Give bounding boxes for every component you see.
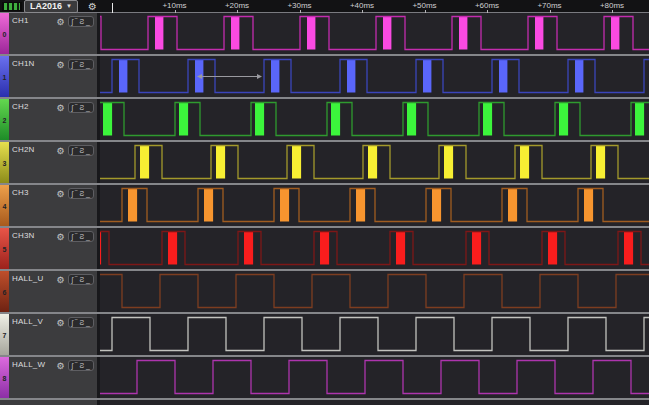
low-level-trigger-icon[interactable]: _ [86,103,90,112]
low-level-trigger-icon[interactable]: _ [86,60,90,69]
high-level-trigger-icon[interactable]: ‾ [75,17,77,26]
channel-color-strip[interactable]: 3 [0,142,9,183]
channel-color-strip[interactable]: 8 [0,357,9,398]
pwm-burst-block [459,17,467,50]
trigger-button-group: ʃ‾Ƨ_ [68,317,94,328]
high-level-trigger-icon[interactable]: ‾ [75,275,77,284]
top-toolbar: LA2016 ▼ ⚙ +10ms+20ms+30ms+40ms+50ms+60m… [0,0,649,13]
falling-edge-trigger-icon[interactable]: Ƨ [79,318,84,327]
channel-color-strip[interactable]: 4 [0,185,9,226]
channel-controls: ⚙ʃ‾Ƨ_ [56,274,94,285]
rising-edge-trigger-icon[interactable]: ʃ [72,60,74,69]
low-level-trigger-icon[interactable]: _ [86,361,90,370]
channel-number: 7 [0,331,9,338]
low-level-trigger-icon[interactable]: _ [86,232,90,241]
waveform-canvas-ch1[interactable] [100,13,649,54]
pwm-burst-block [611,17,619,50]
low-level-trigger-icon[interactable]: _ [86,146,90,155]
logic-analyzer-window: LA2016 ▼ ⚙ +10ms+20ms+30ms+40ms+50ms+60m… [0,0,649,405]
rising-edge-trigger-icon[interactable]: ʃ [72,232,74,241]
settings-gear-icon[interactable]: ⚙ [86,0,99,13]
pwm-burst-block [596,146,605,179]
waveform-canvas-ch3n[interactable] [100,228,649,269]
low-level-trigger-icon[interactable]: _ [86,17,90,26]
high-level-trigger-icon[interactable]: ‾ [75,318,77,327]
trigger-button-group: ʃ‾Ƨ_ [68,59,94,70]
waveform-canvas-ch1n[interactable] [100,56,649,97]
channel-color-strip[interactable]: 5 [0,228,9,269]
channel-settings-icon[interactable]: ⚙ [56,275,64,285]
falling-edge-trigger-icon[interactable]: Ƨ [79,361,84,370]
low-level-trigger-icon[interactable]: _ [86,318,90,327]
channel-settings-icon[interactable]: ⚙ [56,17,64,27]
channel-number: 6 [0,288,9,295]
waveform-canvas-partial[interactable] [100,400,649,405]
waveform-canvas-hall_u[interactable] [100,271,649,312]
falling-edge-trigger-icon[interactable]: Ƨ [79,146,84,155]
pwm-burst-block [168,232,177,265]
high-level-trigger-icon[interactable]: ‾ [75,189,77,198]
device-name: LA2016 [30,1,62,12]
timeline-label: +60ms [475,1,499,10]
channel-settings-icon[interactable]: ⚙ [56,318,64,328]
digital-waveform-trace [100,361,649,394]
low-level-trigger-icon[interactable]: _ [86,189,90,198]
channel-list: 0CH1⚙ʃ‾Ƨ_1CH1N⚙ʃ‾Ƨ_2CH2⚙ʃ‾Ƨ_3CH2N⚙ʃ‾Ƨ_4C… [0,13,649,405]
low-level-trigger-icon[interactable]: _ [86,275,90,284]
channel-sidebar: 2CH2⚙ʃ‾Ƨ_ [0,99,100,140]
channel-color-strip[interactable]: 7 [0,314,9,355]
falling-edge-trigger-icon[interactable]: Ƨ [79,17,84,26]
channel-color-strip[interactable]: 0 [0,13,9,54]
rising-edge-trigger-icon[interactable]: ʃ [72,318,74,327]
high-level-trigger-icon[interactable]: ‾ [75,146,77,155]
rising-edge-trigger-icon[interactable]: ʃ [72,146,74,155]
channel-sidebar: 8HALL_W⚙ʃ‾Ƨ_ [0,357,100,398]
chevron-down-icon: ▼ [66,1,72,12]
pwm-burst-block [119,60,127,93]
channel-settings-icon[interactable]: ⚙ [56,189,64,199]
high-level-trigger-icon[interactable]: ‾ [75,361,77,370]
rising-edge-trigger-icon[interactable]: ʃ [72,361,74,370]
channel-settings-icon[interactable]: ⚙ [56,146,64,156]
high-level-trigger-icon[interactable]: ‾ [75,60,77,69]
channel-settings-icon[interactable]: ⚙ [56,361,64,371]
device-selector[interactable]: LA2016 ▼ [24,0,78,13]
waveform-canvas-ch2n[interactable] [100,142,649,183]
falling-edge-trigger-icon[interactable]: Ƨ [79,275,84,284]
waveform-canvas-hall_w[interactable] [100,357,649,398]
pwm-burst-block [472,232,481,265]
timeline-label: +50ms [412,1,436,10]
channel-settings-icon[interactable]: ⚙ [56,103,64,113]
channel-color-strip[interactable]: 1 [0,56,9,97]
rising-edge-trigger-icon[interactable]: ʃ [72,189,74,198]
timeline-ruler[interactable]: +10ms+20ms+30ms+40ms+50ms+60ms+70ms+80ms [100,0,649,13]
waveform-canvas-ch3[interactable] [100,185,649,226]
falling-edge-trigger-icon[interactable]: Ƨ [79,60,84,69]
channel-settings-icon[interactable]: ⚙ [56,232,64,242]
falling-edge-trigger-icon[interactable]: Ƨ [79,103,84,112]
channel-meta: CH3N⚙ʃ‾Ƨ_ [9,228,97,269]
waveform-canvas-ch2[interactable] [100,99,649,140]
high-level-trigger-icon[interactable]: ‾ [75,232,77,241]
pwm-burst-block [331,103,340,136]
channel-name: HALL_W [12,360,45,369]
pwm-burst-block [483,103,492,136]
pwm-burst-block [383,17,391,50]
high-level-trigger-icon[interactable]: ‾ [75,103,77,112]
channel-color-strip[interactable]: 2 [0,99,9,140]
rising-edge-trigger-icon[interactable]: ʃ [72,275,74,284]
rising-edge-trigger-icon[interactable]: ʃ [72,103,74,112]
channel-settings-icon[interactable]: ⚙ [56,60,64,70]
rising-edge-trigger-icon[interactable]: ʃ [72,17,74,26]
waveform-canvas-hall_v[interactable] [100,314,649,355]
channel-row-ch2: 2CH2⚙ʃ‾Ƨ_ [0,99,649,142]
channel-controls: ⚙ʃ‾Ƨ_ [56,231,94,242]
falling-edge-trigger-icon[interactable]: Ƨ [79,189,84,198]
channel-color-strip[interactable]: 6 [0,271,9,312]
channel-name: CH3 [12,188,29,197]
channel-meta: HALL_W⚙ʃ‾Ƨ_ [9,357,97,398]
pwm-burst-block [255,103,264,136]
timeline-label: +10ms [162,1,186,10]
pwm-burst-block [155,17,163,50]
falling-edge-trigger-icon[interactable]: Ƨ [79,232,84,241]
